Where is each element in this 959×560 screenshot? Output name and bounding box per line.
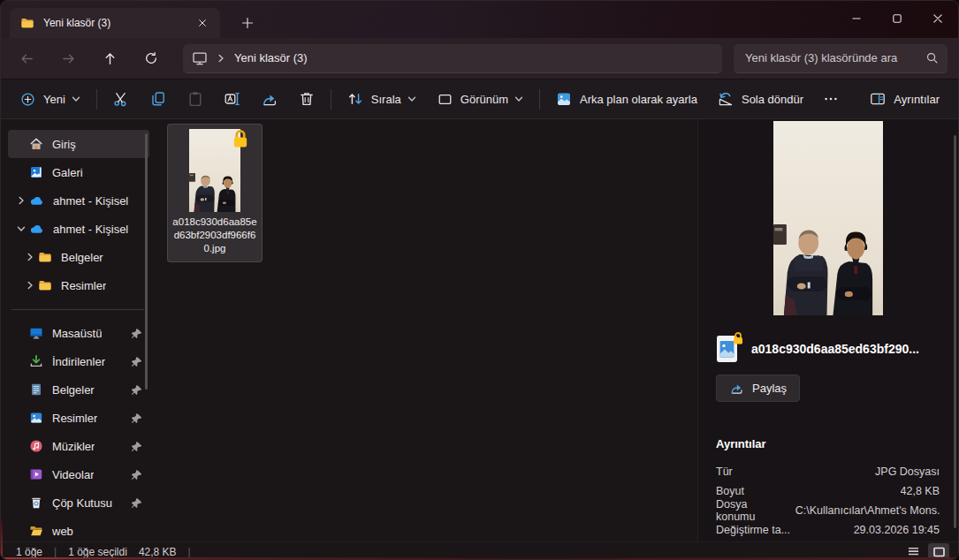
delete-button[interactable] [288, 84, 325, 114]
sidebar-item-label: Resimler [61, 279, 106, 292]
sidebar-item-belgeler[interactable]: Belgeler [8, 375, 149, 404]
recycle-bin-icon [29, 496, 43, 510]
sidebar-item-i-ndirilenler[interactable]: İndirilenler [8, 347, 149, 375]
close-button[interactable] [917, 1, 958, 36]
explorer-tab[interactable]: Yeni klasör (3) [10, 8, 220, 38]
file-item-selected[interactable]: a018c930d6aa85ed63bf2903df966f60.jpg [168, 125, 262, 261]
more-button[interactable] [813, 84, 849, 114]
share-button-label: Paylaş [752, 382, 787, 395]
file-name-label: a018c930d6aa85ed63bf2903df966f60.jpg [168, 212, 262, 261]
chevron-right-icon[interactable] [22, 280, 38, 291]
new-button[interactable]: Yeni [10, 84, 91, 114]
explorer-body: GirişGaleriahmet - Kişiselahmet - Kişise… [1, 119, 958, 541]
details-button[interactable]: Ayrıntılar [859, 84, 949, 114]
sidebar-item-ahmet-kişisel[interactable]: ahmet - Kişisel [8, 186, 149, 215]
chevron-down-icon [71, 94, 81, 104]
desktop-icon [29, 326, 43, 340]
search-input[interactable] [745, 51, 925, 64]
sidebar-item-label: ahmet - Kişisel [53, 194, 128, 208]
pin-icon [131, 356, 142, 367]
search-box[interactable] [734, 44, 948, 73]
sidebar-item-galeri[interactable]: Galeri [8, 158, 149, 186]
sidebar-item-web[interactable]: web [8, 517, 149, 545]
copy-button[interactable] [140, 84, 177, 114]
folder-open-icon [29, 524, 43, 538]
pin-icon [131, 384, 142, 396]
rotate-left-button[interactable]: Sola döndür [707, 84, 813, 114]
new-tab-button[interactable] [236, 11, 259, 34]
details-file-name: a018c930d6aa85ed63bf290... [751, 342, 919, 356]
image-file-icon [716, 335, 739, 363]
sidebar-item-resimler[interactable]: Resimler [8, 271, 149, 299]
maximize-button[interactable] [877, 1, 917, 36]
sidebar-item-videolar[interactable]: Videolar [8, 460, 149, 488]
sort-icon [346, 90, 364, 108]
sidebar-item-belgeler[interactable]: Belgeler [8, 243, 149, 271]
image-icon [555, 90, 573, 108]
tab-title: Yeni klasör (3) [43, 17, 183, 29]
status-separator: | [54, 546, 57, 558]
file-list-area[interactable]: a018c930d6aa85ed63bf2903df966f60.jpg [158, 119, 697, 541]
status-selection: 1 öğe seçildi [68, 546, 127, 558]
sidebar: GirişGaleriahmet - Kişiselahmet - Kişise… [1, 119, 158, 541]
details-row-label: Değiştirme ta... [716, 524, 790, 536]
share-button[interactable] [251, 84, 288, 114]
titlebar: Yeni klasör (3) [1, 1, 958, 38]
back-button[interactable] [11, 43, 42, 73]
sidebar-item-masaüstü[interactable]: Masaüstü [8, 319, 149, 347]
sidebar-item-label: Videolar [52, 468, 94, 481]
refresh-button[interactable] [136, 43, 166, 73]
sidebar-item-label: Belgeler [52, 383, 95, 397]
lock-icon [232, 128, 249, 153]
address-bar[interactable]: Yeni klasör (3) [183, 44, 722, 73]
wallpaper-edge [1, 557, 958, 559]
view-button[interactable]: Görünüm [427, 84, 534, 114]
share-button[interactable]: Paylaş [716, 375, 800, 402]
cut-button[interactable] [103, 84, 140, 114]
details-pane-scrollbar[interactable] [954, 135, 956, 528]
toolbar-separator [331, 89, 331, 110]
details-row-label: Boyut [716, 485, 744, 497]
details-row-boyutlar: Boyutlar675 × 1200 [698, 540, 958, 541]
folder-icon [38, 250, 52, 264]
file-thumbnail [189, 129, 240, 212]
sidebar-item-resimler[interactable]: Resimler [8, 404, 149, 432]
sidebar-item-giriş[interactable]: Giriş [8, 130, 149, 158]
sidebar-divider [11, 309, 144, 310]
sidebar-item-ahmet-kişisel[interactable]: ahmet - Kişisel [8, 215, 149, 243]
downloads-icon [29, 354, 43, 368]
sidebar-item-müzikler[interactable]: Müzikler [8, 432, 149, 460]
forward-button[interactable] [53, 43, 83, 73]
tab-close-button[interactable] [192, 12, 213, 34]
details-pane: a018c930d6aa85ed63bf290... Paylaş Ayrınt… [697, 119, 958, 541]
status-item-count: 1 öğe [16, 546, 42, 558]
details-row-değiştirme-ta-: Değiştirme ta...29.03.2026 19:45 [698, 520, 958, 540]
sidebar-item-label: web [52, 525, 73, 538]
chevron-right-icon [216, 53, 226, 64]
toolbar-separator [96, 89, 97, 110]
sidebar-item-label: Çöp Kutusu [52, 496, 112, 510]
trash-icon [298, 90, 316, 108]
sidebar-item-label: Galeri [52, 166, 83, 179]
sidebar-scrollbar[interactable] [145, 133, 148, 390]
folder-icon [38, 278, 52, 292]
chevron-down-icon[interactable] [13, 223, 29, 234]
up-button[interactable] [95, 43, 125, 73]
chevron-right-icon[interactable] [13, 195, 29, 206]
paste-button[interactable] [177, 84, 214, 114]
folder-icon [20, 16, 34, 30]
monitor-icon [192, 50, 208, 66]
pin-icon [131, 469, 142, 481]
set-as-background-button[interactable]: Arka plan olarak ayarla [545, 84, 707, 114]
sidebar-item-label: Resimler [52, 412, 97, 425]
lock-icon [732, 331, 744, 349]
details-pane-icon [869, 90, 887, 108]
rename-icon [224, 90, 241, 108]
paste-icon [186, 90, 204, 108]
minimize-button[interactable] [836, 1, 877, 36]
gallery-icon [29, 165, 43, 179]
sidebar-item-çöp-kutusu[interactable]: Çöp Kutusu [8, 488, 149, 517]
rename-button[interactable] [214, 84, 251, 114]
sort-button[interactable]: Sırala [337, 84, 427, 114]
chevron-right-icon[interactable] [22, 252, 38, 262]
